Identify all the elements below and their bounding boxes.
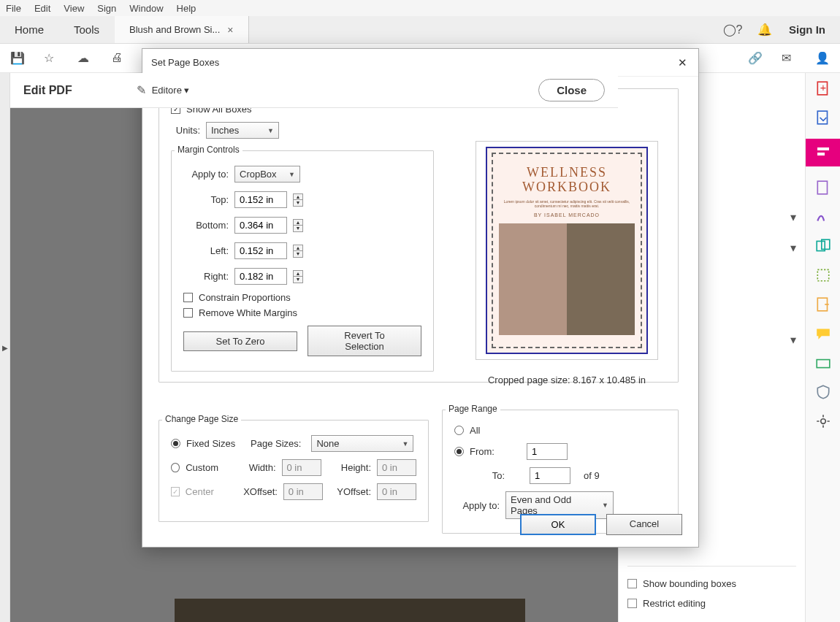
top-spinner[interactable]: ▲▼ bbox=[293, 193, 303, 207]
cropbox-select[interactable]: CropBox▼ bbox=[234, 166, 300, 183]
dialog-title: Set Page Boxes bbox=[151, 57, 219, 68]
xoffset-label: XOffset: bbox=[243, 486, 278, 497]
preview-author: BY ISABEL MERCADO bbox=[534, 212, 600, 218]
xoffset-input bbox=[283, 483, 323, 500]
margin-controls-label: Margin Controls bbox=[175, 145, 243, 155]
remove-white-margins-checkbox[interactable] bbox=[183, 308, 193, 318]
preview-description: Lorem ipsum dolor sit amet, consectetur … bbox=[499, 199, 635, 208]
page-sizes-label: Page Sizes: bbox=[251, 438, 301, 449]
height-label: Height: bbox=[337, 462, 371, 473]
page-range-label: Page Range bbox=[446, 404, 500, 414]
of-pages-label: of 9 bbox=[584, 470, 600, 481]
close-editpdf-button[interactable]: Close bbox=[538, 79, 605, 101]
center-label: Center bbox=[186, 486, 237, 497]
fixed-sizes-radio[interactable] bbox=[171, 439, 180, 448]
from-label: From: bbox=[470, 446, 502, 457]
height-input bbox=[377, 459, 416, 476]
edit-pdf-toolbar: Edit PDF ✎ Edit ore ▾ Close bbox=[10, 73, 618, 108]
custom-label: Custom bbox=[186, 462, 240, 473]
fixed-sizes-label: Fixed Sizes bbox=[186, 438, 245, 449]
edit-pdf-title: Edit PDF bbox=[23, 84, 72, 97]
left-input[interactable] bbox=[234, 242, 287, 259]
page-preview: WELLNESS WORKBOOK Lorem ipsum dolor sit … bbox=[457, 141, 676, 385]
top-input[interactable] bbox=[234, 191, 287, 208]
width-input bbox=[282, 459, 321, 476]
constrain-proportions-checkbox[interactable] bbox=[183, 293, 193, 302]
page-sizes-value: None bbox=[316, 438, 339, 449]
right-label: Right: bbox=[183, 271, 229, 282]
from-radio[interactable] bbox=[454, 447, 464, 456]
bottom-input[interactable] bbox=[234, 217, 287, 234]
dialog-close-button[interactable]: ✕ bbox=[675, 55, 690, 70]
yoffset-input bbox=[377, 483, 416, 500]
edit-icon: ✎ bbox=[137, 83, 146, 97]
more-menu[interactable]: ore ▾ bbox=[168, 85, 189, 96]
bottom-label: Bottom: bbox=[183, 220, 229, 231]
range-apply-value: Even and Odd Pages bbox=[511, 494, 597, 516]
right-spinner[interactable]: ▲▼ bbox=[293, 270, 303, 283]
right-input[interactable] bbox=[234, 268, 287, 285]
left-spinner[interactable]: ▲▼ bbox=[293, 245, 303, 258]
revert-selection-button[interactable]: Revert To Selection bbox=[308, 326, 421, 356]
yoffset-label: YOffset: bbox=[336, 486, 371, 497]
units-label: Units: bbox=[171, 125, 200, 136]
cropbox-value: CropBox bbox=[240, 169, 277, 180]
preview-image-1 bbox=[499, 223, 567, 335]
units-value: Inches bbox=[211, 125, 239, 136]
to-label: To: bbox=[473, 470, 505, 481]
cancel-button[interactable]: Cancel bbox=[606, 514, 682, 535]
center-checkbox: ✓ bbox=[171, 487, 180, 496]
set-page-boxes-dialog: Set Page Boxes ✕ Page Boxes ✓ Show All B… bbox=[142, 48, 699, 548]
custom-radio[interactable] bbox=[171, 463, 180, 472]
preview-title-2: WORKBOOK bbox=[522, 180, 611, 195]
units-select[interactable]: Inches▼ bbox=[206, 122, 279, 139]
bottom-spinner[interactable]: ▲▼ bbox=[293, 219, 303, 232]
ok-button[interactable]: OK bbox=[520, 514, 596, 535]
preview-title-1: WELLNESS bbox=[527, 166, 607, 180]
apply-to-label: Apply to: bbox=[183, 169, 229, 180]
left-label: Left: bbox=[183, 245, 229, 256]
set-to-zero-button[interactable]: Set To Zero bbox=[183, 331, 297, 351]
all-pages-label: All bbox=[470, 425, 480, 436]
to-input[interactable] bbox=[530, 467, 570, 484]
preview-image-2 bbox=[567, 223, 635, 335]
range-apply-to-label: Apply to: bbox=[454, 500, 500, 511]
change-page-size-label: Change Page Size bbox=[162, 414, 241, 424]
from-input[interactable] bbox=[527, 443, 568, 460]
width-label: Width: bbox=[246, 462, 276, 473]
top-label: Top: bbox=[183, 194, 229, 205]
cropped-size-label: Cropped page size: 8.167 x 10.485 in bbox=[457, 375, 676, 385]
all-pages-radio[interactable] bbox=[454, 426, 464, 435]
remove-white-margins-label: Remove White Margins bbox=[199, 307, 297, 318]
edit-label: Edit bbox=[152, 85, 168, 96]
page-sizes-select[interactable]: None▼ bbox=[311, 435, 413, 452]
edit-tool[interactable]: ✎ Edit bbox=[137, 83, 168, 97]
constrain-proportions-label: Constrain Proportions bbox=[199, 292, 291, 303]
